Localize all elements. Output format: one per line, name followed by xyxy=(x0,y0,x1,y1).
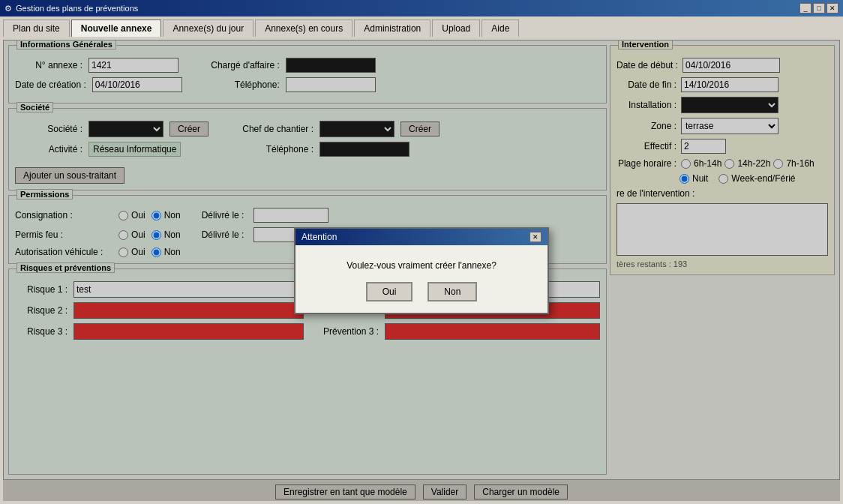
modal-buttons: Oui Non xyxy=(310,282,532,302)
tab-plan-du-site[interactable]: Plan du site xyxy=(3,20,70,37)
app-icon: ⚙ xyxy=(4,4,12,14)
tab-administration[interactable]: Administration xyxy=(354,20,430,37)
tab-bar: Plan du site Nouvelle annexe Annexe(s) d… xyxy=(3,20,840,37)
window-controls: _ □ ✕ xyxy=(800,3,838,14)
tab-upload[interactable]: Upload xyxy=(432,20,480,37)
close-button[interactable]: ✕ xyxy=(826,3,838,14)
tab-annexe-cours[interactable]: Annexe(s) en cours xyxy=(255,20,352,37)
modal-title-bar: Attention ✕ xyxy=(296,229,548,245)
modal-dialog: Attention ✕ Voulez-vous vraiment créer l… xyxy=(294,227,549,314)
modal-overlay: Attention ✕ Voulez-vous vraiment créer l… xyxy=(3,40,840,501)
minimize-button[interactable]: _ xyxy=(800,3,812,14)
modal-title: Attention xyxy=(302,232,337,242)
tab-annexe-jour[interactable]: Annexe(s) du jour xyxy=(163,20,254,37)
modal-oui-button[interactable]: Oui xyxy=(366,282,413,302)
modal-close-button[interactable]: ✕ xyxy=(530,232,542,242)
window-title: Gestion des plans de préventions xyxy=(16,4,138,13)
modal-non-button[interactable]: Non xyxy=(428,282,477,302)
tab-aide[interactable]: Aide xyxy=(482,20,519,37)
modal-message: Voulez-vous vraiment créer l'annexe? xyxy=(310,260,532,271)
window-body: Plan du site Nouvelle annexe Annexe(s) d… xyxy=(0,16,843,504)
tab-nouvelle-annexe[interactable]: Nouvelle annexe xyxy=(71,20,162,37)
maximize-button[interactable]: □ xyxy=(813,3,825,14)
title-bar: ⚙ Gestion des plans de préventions _ □ ✕ xyxy=(0,0,843,16)
modal-body: Voulez-vous vraiment créer l'annexe? Oui… xyxy=(296,245,548,313)
